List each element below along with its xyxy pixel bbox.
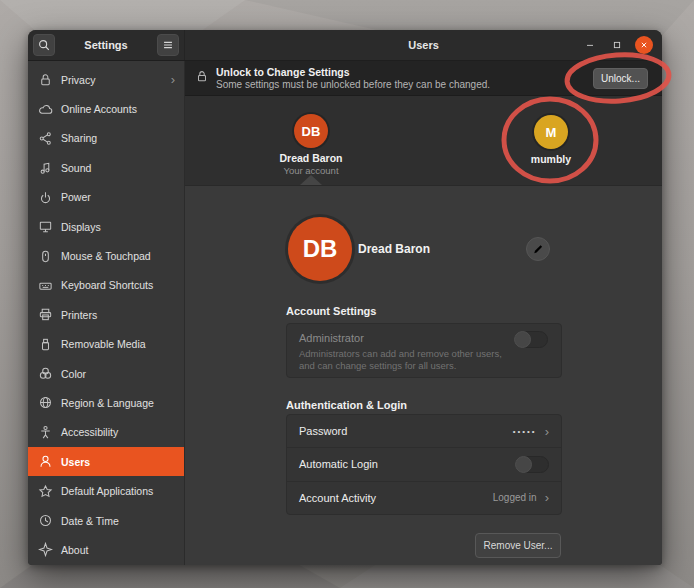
user-detail-panel: DB Dread Baron Account Settings Administ… xyxy=(185,186,662,565)
unlock-infobar-subtitle: Some settings must be unlocked before th… xyxy=(216,79,490,90)
chevron-right-icon: › xyxy=(545,491,549,504)
unlock-infobar-title: Unlock to Change Settings xyxy=(216,66,490,78)
users-panel: Unlock to Change Settings Some settings … xyxy=(185,61,662,565)
mouse-icon xyxy=(38,249,53,264)
search-icon xyxy=(37,38,51,52)
titlebar-left: Settings xyxy=(28,30,185,60)
printer-icon xyxy=(38,307,53,322)
person-icon xyxy=(38,454,53,469)
menu-button[interactable] xyxy=(157,34,179,56)
user-carousel: DB Dread Baron Your account M mumbly xyxy=(185,96,662,186)
unlock-button[interactable]: Unlock... xyxy=(593,68,648,89)
sidebar-item-keyboard-shortcuts[interactable]: Keyboard Shortcuts xyxy=(28,271,184,300)
password-label: Password xyxy=(299,425,513,437)
maximize-icon xyxy=(611,39,623,51)
password-value: ••••• xyxy=(513,427,537,436)
password-row[interactable]: Password ••••• › xyxy=(287,415,561,447)
star-icon xyxy=(38,484,53,499)
maximize-button[interactable] xyxy=(608,36,626,54)
sound-icon xyxy=(38,160,53,175)
sidebar-item-printers[interactable]: Printers xyxy=(28,300,184,329)
profile-row: DB Dread Baron xyxy=(286,215,562,285)
lock-icon xyxy=(195,69,209,87)
auth-login-heading: Authentication & Login xyxy=(286,399,407,411)
sidebar-item-privacy[interactable]: Privacy › xyxy=(28,65,184,94)
sidebar-item-accessibility[interactable]: Accessibility xyxy=(28,418,184,447)
selected-user-arrow xyxy=(300,175,322,185)
titlebar[interactable]: Settings Users xyxy=(28,30,662,61)
app-title: Settings xyxy=(55,39,157,51)
account-settings-heading: Account Settings xyxy=(286,305,376,317)
sidebar-item-about[interactable]: About xyxy=(28,535,184,564)
automatic-login-label: Automatic Login xyxy=(299,458,515,470)
auth-login-card: Password ••••• › Automatic Login Account… xyxy=(286,414,562,515)
settings-window: Settings Users Priv xyxy=(28,30,662,565)
administrator-label: Administrator xyxy=(299,332,549,344)
minimize-icon xyxy=(584,39,596,51)
about-icon xyxy=(38,542,53,557)
administrator-description: Administrators can add and remove other … xyxy=(299,348,514,372)
menu-icon xyxy=(161,38,175,52)
account-activity-value: Logged in xyxy=(493,492,537,503)
avatar: DB xyxy=(294,114,328,148)
window-controls xyxy=(581,36,662,54)
keyboard-icon xyxy=(38,278,53,293)
display-icon xyxy=(38,219,53,234)
automatic-login-toggle[interactable] xyxy=(515,456,549,473)
pencil-icon xyxy=(532,243,544,255)
clock-icon xyxy=(38,513,53,528)
chevron-right-icon: › xyxy=(171,73,175,86)
close-icon xyxy=(639,40,649,50)
accessibility-icon xyxy=(38,425,53,440)
sidebar-item-users[interactable]: Users xyxy=(28,447,184,476)
carousel-user-mumbly[interactable]: M mumbly xyxy=(496,115,606,165)
user-name: Dread Baron xyxy=(256,152,366,164)
sidebar-item-displays[interactable]: Displays xyxy=(28,212,184,241)
account-activity-label: Account Activity xyxy=(299,492,493,504)
color-icon xyxy=(38,366,53,381)
chevron-right-icon: › xyxy=(545,425,549,438)
share-icon xyxy=(38,131,53,146)
unlock-infobar: Unlock to Change Settings Some settings … xyxy=(185,61,662,96)
close-button[interactable] xyxy=(635,36,653,54)
edit-name-button[interactable] xyxy=(526,237,550,261)
avatar: M xyxy=(534,115,568,149)
minimize-button[interactable] xyxy=(581,36,599,54)
sidebar-item-default-applications[interactable]: Default Applications xyxy=(28,476,184,505)
sidebar-item-date-time[interactable]: Date & Time xyxy=(28,506,184,535)
sidebar-item-sound[interactable]: Sound xyxy=(28,153,184,182)
sidebar-item-region-language[interactable]: Region & Language xyxy=(28,388,184,417)
sidebar-item-power[interactable]: Power xyxy=(28,183,184,212)
sidebar-item-online-accounts[interactable]: Online Accounts xyxy=(28,94,184,123)
cloud-icon xyxy=(38,102,53,117)
account-settings-card: Administrator Administrators can add and… xyxy=(286,323,562,378)
automatic-login-row: Automatic Login xyxy=(287,447,561,480)
remove-user-button[interactable]: Remove User... xyxy=(475,533,561,558)
power-icon xyxy=(38,190,53,205)
sidebar: Privacy › Online Accounts Sharing Sound … xyxy=(28,61,185,565)
sidebar-item-mouse-touchpad[interactable]: Mouse & Touchpad xyxy=(28,241,184,270)
sidebar-item-color[interactable]: Color xyxy=(28,359,184,388)
titlebar-right: Users xyxy=(185,30,662,60)
lock-icon xyxy=(38,72,53,87)
administrator-toggle[interactable] xyxy=(514,331,548,348)
sidebar-item-sharing[interactable]: Sharing xyxy=(28,124,184,153)
profile-name: Dread Baron xyxy=(358,242,430,256)
sidebar-item-removable-media[interactable]: Removable Media xyxy=(28,330,184,359)
profile-avatar[interactable]: DB xyxy=(288,217,352,281)
carousel-user-dread-baron[interactable]: DB Dread Baron Your account xyxy=(256,114,366,176)
search-button[interactable] xyxy=(33,34,55,56)
usb-icon xyxy=(38,337,53,352)
user-name: mumbly xyxy=(496,153,606,165)
account-activity-row[interactable]: Account Activity Logged in › xyxy=(287,481,561,514)
globe-icon xyxy=(38,395,53,410)
